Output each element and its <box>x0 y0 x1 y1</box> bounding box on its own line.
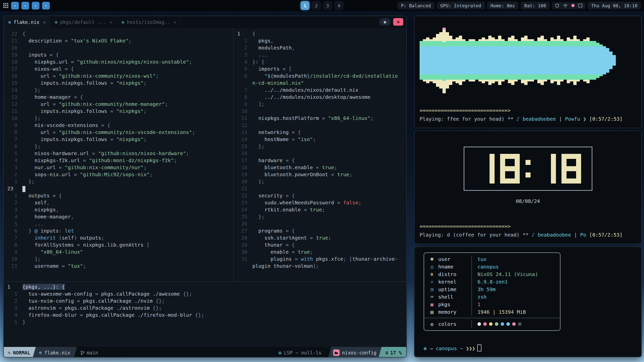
code-line[interactable]: 1{pkgs, ...}: { <box>4 283 406 290</box>
code-line[interactable]: plugin thunar-volman]; <box>234 262 406 269</box>
code-line[interactable]: 18 nixpkgs.url = "github:nixos/nixpkgs/n… <box>4 58 233 65</box>
pane-iso-image[interactable]: 1{1 pkgs,2 modulesPath,3 ...4}: {5 impor… <box>233 28 406 281</box>
shell-prompt[interactable]: ❆ → canopus ~ ❯❯❯ <box>424 344 641 352</box>
code-line[interactable]: 7 inputs.nixpkgs.follows = "nixpkgs"; <box>4 136 233 143</box>
tag-icon-1[interactable]: ✦ <box>11 2 19 10</box>
code-line[interactable]: 21 description = "tux's NixOS Flake"; <box>4 37 233 44</box>
code-line[interactable]: 1 tux-awesome-wm-config = pkgs.callPacka… <box>4 290 406 297</box>
code-line[interactable]: 21 <box>234 185 406 192</box>
code-line[interactable]: 1 pkgs, <box>234 37 406 44</box>
code-line[interactable]: 11 inputs.nixpkgs.follows = "nixpkgs"; <box>4 108 233 115</box>
workspace-button-3[interactable]: 3 <box>323 1 332 10</box>
code-line[interactable]: 5 ... <box>4 220 233 227</box>
code-line[interactable]: 5} <box>4 319 406 326</box>
code-line[interactable]: 30 enable = true; <box>234 248 406 255</box>
code-line[interactable]: 24 rtkit.enable = true; <box>234 206 406 213</box>
tag-icon-3[interactable]: ✦ <box>32 2 39 10</box>
tag-icon-4[interactable]: ✦ <box>42 2 50 10</box>
tab-close-icon[interactable]: × <box>43 20 46 25</box>
code-line[interactable]: 19 inputs = { <box>4 51 233 58</box>
code-line[interactable]: 12 url = "github:nix-community/home-mana… <box>4 101 233 108</box>
code-line[interactable]: 5 nixos-hardware.url = "github:nixos/nix… <box>4 150 233 157</box>
code-line[interactable]: 6 "${modulesPath}/installer/cd-dvd/insta… <box>234 72 406 79</box>
tab-close-icon[interactable]: × <box>174 20 176 25</box>
code-line[interactable]: 16 url = "github:nix-community/nixos-wsl… <box>4 72 233 79</box>
workspace-button-4[interactable]: 4 <box>335 1 343 10</box>
code-line[interactable]: 3 ... <box>234 51 406 58</box>
editor-tab-hosts-isoimag-[interactable]: ❄hosts/isoImag..× <box>117 16 181 28</box>
code-line[interactable]: 6 }; <box>4 143 233 150</box>
code-line[interactable]: 31 plugins = with pkgs.xfce; [thunar-arc… <box>234 255 406 262</box>
editor-tab-flake-nix[interactable]: ❄flake.nix× <box>4 16 50 28</box>
code-line[interactable]: 20 }; <box>234 178 406 185</box>
status-pill[interactable]: GPU: Integrated <box>437 2 485 10</box>
workspace-button-2[interactable]: 2 <box>312 1 321 10</box>
code-line[interactable]: 11 username = "tux"; <box>4 262 233 269</box>
code-line[interactable]: n-cd-minimal.nix" <box>234 79 406 86</box>
code-line[interactable]: 16 <box>234 150 406 157</box>
code-line[interactable]: 15 inputs.nixpkgs.follows = "nixpkgs"; <box>4 79 233 86</box>
pane-pkgs-default[interactable]: 1{pkgs, ...}: {1 tux-awesome-wm-config =… <box>4 281 406 347</box>
code-line[interactable]: 25 }; <box>234 213 406 220</box>
app-grid-icon[interactable] <box>3 3 9 8</box>
code-line[interactable]: 6 } @ inputs: let <box>4 227 233 234</box>
bar-icon-tray[interactable] <box>552 2 585 9</box>
code-line[interactable]: 1{ <box>234 30 406 37</box>
status-pill[interactable]: P: Balanced <box>397 2 434 10</box>
code-line[interactable]: 22 security = { <box>234 192 406 199</box>
code-line[interactable]: 14 hostName = "iso"; <box>234 136 406 143</box>
code-line[interactable]: 2 modulesPath, <box>234 44 406 51</box>
code-line[interactable]: 11 nixpkgs.hostPlatform = "x86_64-linux"… <box>234 115 406 122</box>
code-line[interactable]: 18 bluetooth.enable = true; <box>234 164 406 171</box>
code-line[interactable]: 2 self, <box>4 199 233 206</box>
code-line[interactable]: 1 outputs = { <box>4 192 233 199</box>
code-line[interactable]: 20 <box>4 44 233 51</box>
code-line[interactable]: 15 }; <box>234 143 406 150</box>
code-line[interactable]: 8 url = "github:nix-community/nix-vscode… <box>4 129 233 136</box>
code-line[interactable]: 14 }; <box>4 86 233 94</box>
tag-icon-2[interactable]: ✦ <box>21 2 29 10</box>
code-line[interactable]: 17 hardware = { <box>234 157 406 164</box>
code-line[interactable]: 12 <box>234 122 406 129</box>
code-line[interactable]: 22{ <box>4 30 233 37</box>
code-line[interactable]: 8 forAllSystems = nixpkgs.lib.genAttrs [ <box>4 241 233 248</box>
eye-toggle-button[interactable]: ◉ <box>379 18 391 26</box>
workspace-button-1[interactable]: 1 <box>301 1 309 10</box>
code-line[interactable]: 4 firefox-mod-blur = pkgs.callPackage ./… <box>4 311 406 319</box>
code-line[interactable]: 10 <box>234 108 406 115</box>
code-line[interactable]: 10 ]; <box>4 255 233 262</box>
code-line[interactable]: 23 sudo.wheelNeedsPassword = false; <box>234 199 406 206</box>
code-line[interactable]: 26 <box>234 220 406 227</box>
pane-flake-nix[interactable]: 22{21 description = "tux's NixOS Flake";… <box>4 28 233 281</box>
code-line[interactable]: 1 }; <box>4 178 233 185</box>
code-line[interactable]: 3 nixpkgs, <box>4 206 233 213</box>
code-line[interactable]: 2 sops-nix.url = "github:Mic92/sops-nix"… <box>4 171 233 178</box>
code-line[interactable]: 7 inherit (self) outputs; <box>4 234 233 241</box>
code-line[interactable]: 4 home-manager, <box>4 213 233 220</box>
code-line[interactable]: 2 tux-nvim-config = pkgs.callPackage ./n… <box>4 297 406 304</box>
code-line[interactable]: 9 nix-vscode-extensions = { <box>4 122 233 129</box>
code-line[interactable]: 3 astronvim = pkgs.callPackage ./astronv… <box>4 304 406 311</box>
editor-tab-pkgs-default-[interactable]: ❄pkgs/default ...× <box>50 16 117 28</box>
code-line[interactable]: 29 thunar = { <box>234 241 406 248</box>
code-line[interactable]: 9 ]; <box>234 101 406 108</box>
status-pill[interactable]: Home: 8ms <box>487 2 519 10</box>
code-line[interactable]: 23 <box>4 185 233 192</box>
code-line[interactable]: 28 ssh.startAgent = true; <box>234 234 406 241</box>
code-line[interactable]: 4 nixpkgs-f2k.url = "github:moni-dz/nixp… <box>4 157 233 164</box>
code-line[interactable]: 13 home-manager = { <box>4 94 233 101</box>
code-line[interactable]: 19 bluetooth.powerOnBoot = true; <box>234 171 406 178</box>
code-line[interactable]: 4}: { <box>234 58 406 65</box>
code-line[interactable]: 8 ../../modules/nixos/desktop/awesome <box>234 94 406 101</box>
code-line[interactable]: 17 nixos-wsl = { <box>4 65 233 72</box>
code-line[interactable]: 5 imports = [ <box>234 65 406 72</box>
code-line[interactable]: 9 "x86_64-linux" <box>4 248 233 255</box>
status-pill[interactable]: Bat: 100 <box>521 2 550 10</box>
window-close-button[interactable]: × <box>393 18 403 26</box>
code-line[interactable]: 3 nur.url = "github:nix-community/nur"; <box>4 164 233 171</box>
tab-close-icon[interactable]: × <box>110 20 112 25</box>
code-line[interactable]: 10 }; <box>4 115 233 122</box>
code-line[interactable]: 27 programs = { <box>234 227 406 234</box>
code-line[interactable]: 13 networking = { <box>234 129 406 136</box>
bar-clock[interactable]: Thu Aug 08, 18:18 <box>588 2 641 10</box>
